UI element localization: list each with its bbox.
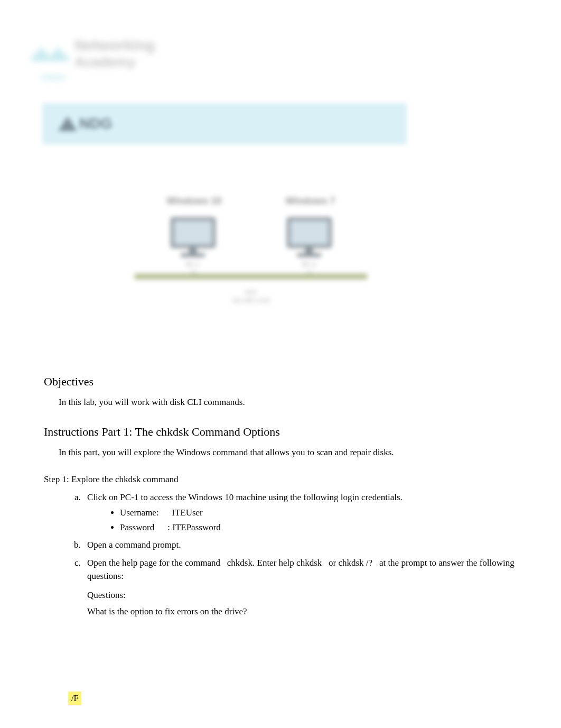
username-label: Username: [120,506,165,520]
step1-c-cmd1: chkdsk [227,558,253,568]
question-1: What is the option to fix errors on the … [87,605,529,619]
document-content: Objectives In this lab, you will work wi… [44,373,529,705]
ndg-text: NDG [79,115,112,132]
objectives-text: In this lab, you will work with disk CLI… [59,395,529,409]
step1-c-cmd3: chkdsk /? [338,558,372,568]
answer-highlight: /F [68,692,81,705]
step1-a-pc: PC-1 [120,492,138,502]
step1-title: Step 1: Explore the chkdsk command [44,473,529,486]
step1-a-prefix: Click on [87,492,120,502]
diagram-col2-label: Windows 7 [286,196,335,207]
password-value: ITEPassword [172,522,221,532]
step1-a-suffix: to access the Windows 10 machine using t… [138,492,402,502]
password-sep: : [167,522,172,532]
cisco-brand-label: cisco [41,72,201,82]
cisco-signal-icon [32,47,68,61]
network-line [135,274,367,279]
pc2-icon: PC-2 .11 [280,217,338,268]
cisco-logo-area: Networking Academy cisco [32,37,201,85]
pc1-icon: PC-1 .10 [164,217,222,268]
network-diagram: Windows 10 Windows 7 PC-1 .10 PC-2 .11 N… [135,196,367,354]
username-value: ITEUser [172,508,203,518]
step1-list: Click on PC-1 to access the Windows 10 m… [68,491,529,619]
step1-item-a: Click on PC-1 to access the Windows 10 m… [83,491,529,535]
pc1-name: PC-1 [164,260,222,269]
username-row: Username: ITEUser [120,506,529,520]
logo-line2: Academy [74,54,155,70]
step1-c-cmd2: help chkdsk [279,558,322,568]
step1-item-c: Open the help page for the command chkds… [83,556,529,619]
triangle-icon [58,116,77,131]
instructions-title: Instructions Part 1: The chkdsk Command … [44,423,529,440]
step1-c-mid2: or [326,558,339,568]
logo-text: Networking Academy [74,37,155,70]
step1-c-prefix: Open the help page for the command [87,558,222,568]
password-label: Password [120,521,165,535]
objectives-title: Objectives [44,373,529,390]
credentials-list: Username: ITEUser Password : ITEPassword [120,506,529,534]
diagram-col1-label: Windows 10 [167,196,222,207]
ndg-logo: NDG [58,113,127,134]
net-sublabel: 192.168.1.0/24 [135,297,367,305]
net-label: NET [135,289,367,297]
ndg-banner: NDG [42,103,407,144]
pc2-name: PC-2 [280,260,338,269]
password-row: Password : ITEPassword [120,521,529,535]
questions-label: Questions: [87,588,529,602]
step1-c-mid1: . Enter [253,558,279,568]
step1-item-b: Open a command prompt. [83,538,529,552]
logo-line1: Networking [74,37,155,54]
instructions-intro: In this part, you will explore the Windo… [59,446,529,459]
